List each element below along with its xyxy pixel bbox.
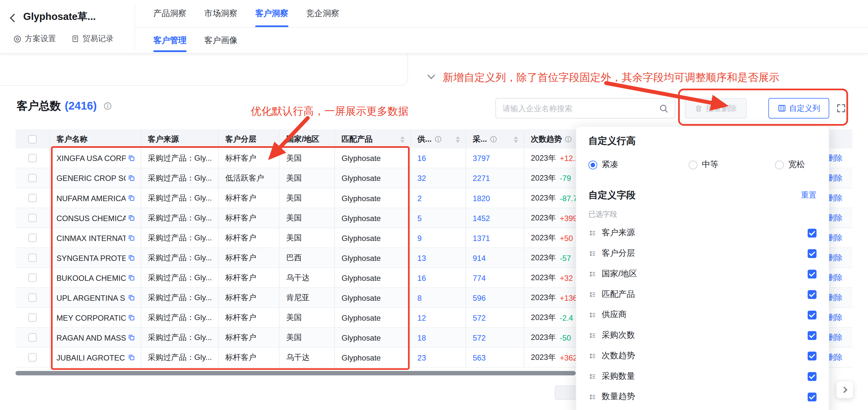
row-checkbox[interactable] [28, 174, 37, 182]
drag-handle-icon[interactable] [589, 373, 596, 380]
row-height-option[interactable]: 中等 [689, 159, 775, 170]
fullscreen-icon[interactable] [837, 104, 846, 113]
col-header-product[interactable]: 匹配产品 [335, 130, 411, 148]
customer-name[interactable]: NUFARM AMERICAS, [57, 194, 126, 202]
row-checkbox[interactable] [28, 273, 37, 282]
suppliers-count-link[interactable]: 9 [417, 233, 422, 242]
field-item[interactable]: 次数趋势 [589, 345, 816, 366]
purchase-count-link[interactable]: 3797 [473, 154, 490, 163]
purchase-count-link[interactable]: 914 [473, 253, 486, 262]
trade-records-link[interactable]: 贸易记录 [71, 34, 114, 44]
drag-handle-icon[interactable] [589, 290, 596, 298]
field-checkbox-checked[interactable] [808, 331, 816, 340]
field-checkbox-checked[interactable] [808, 249, 816, 258]
drag-handle-icon[interactable] [589, 229, 596, 237]
main-tab[interactable]: 产品洞察 [153, 0, 186, 27]
copy-icon[interactable] [128, 174, 135, 181]
customer-name[interactable]: CINMAX INTERNATIO [57, 233, 126, 242]
row-checkbox[interactable] [28, 154, 37, 162]
row-height-option[interactable]: 紧凑 [589, 159, 689, 170]
main-tab[interactable]: 客户洞察 [255, 0, 288, 27]
col-header-source[interactable]: 客户来源 [141, 130, 218, 148]
customer-name[interactable]: XINGFA USA CORPO [57, 154, 126, 163]
customer-name[interactable]: GENERIC CROP SCI [57, 174, 126, 182]
info-icon[interactable] [103, 102, 112, 110]
row-checkbox[interactable] [28, 333, 37, 342]
copy-icon[interactable] [128, 274, 135, 281]
suppliers-count-link[interactable]: 13 [417, 253, 426, 262]
purchase-count-link[interactable]: 1452 [473, 213, 490, 222]
sub-tab[interactable]: 客户管理 [153, 28, 186, 53]
drag-handle-icon[interactable] [589, 331, 596, 339]
col-header-country[interactable]: 国家/地区 [279, 130, 335, 148]
field-item[interactable]: 客户分层 [589, 243, 816, 263]
row-checkbox[interactable] [28, 313, 37, 322]
purchase-count-link[interactable]: 596 [473, 293, 486, 302]
purchase-count-link[interactable]: 2271 [473, 174, 490, 182]
drag-handle-icon[interactable] [589, 393, 596, 401]
radio-icon[interactable] [689, 160, 698, 169]
field-checkbox-checked[interactable] [808, 290, 816, 299]
suppliers-count-link[interactable]: 5 [417, 213, 422, 222]
horizontal-scrollbar[interactable] [16, 371, 576, 376]
delete-row-link[interactable]: 删除 [827, 293, 842, 303]
info-icon[interactable] [490, 136, 497, 143]
suppliers-count-link[interactable]: 16 [417, 273, 426, 282]
field-item[interactable]: 供应商 [589, 304, 816, 325]
delete-row-link[interactable]: 删除 [827, 352, 842, 362]
suppliers-count-link[interactable]: 23 [417, 353, 426, 362]
col-header-purchases[interactable]: 采... [466, 130, 524, 148]
delete-row-link[interactable]: 删除 [827, 193, 842, 203]
info-icon[interactable] [434, 136, 441, 143]
drag-handle-icon[interactable] [589, 352, 596, 359]
search-icon[interactable] [659, 104, 668, 113]
field-checkbox-checked[interactable] [808, 311, 816, 319]
drag-handle-icon[interactable] [589, 311, 596, 319]
back-icon[interactable] [10, 14, 19, 23]
row-checkbox[interactable] [28, 234, 37, 242]
row-checkbox[interactable] [28, 293, 37, 302]
suppliers-count-link[interactable]: 18 [417, 333, 426, 342]
sort-icon[interactable] [397, 136, 405, 143]
field-item[interactable]: 匹配产品 [589, 284, 816, 304]
purchase-count-link[interactable]: 563 [473, 353, 486, 362]
delete-row-link[interactable]: 删除 [827, 332, 842, 343]
field-checkbox-checked[interactable] [808, 351, 816, 360]
customer-name[interactable]: SYNGENTA PROTEC [57, 253, 126, 262]
customer-name[interactable]: MEY CORPORATION [57, 313, 126, 322]
copy-icon[interactable] [128, 195, 135, 202]
suppliers-count-link[interactable]: 8 [417, 293, 422, 302]
field-item[interactable]: 客户来源 [589, 223, 816, 243]
drag-handle-icon[interactable] [589, 250, 596, 257]
col-header-name[interactable]: 客户名称 [50, 130, 141, 148]
row-checkbox[interactable] [28, 353, 37, 361]
suppliers-count-link[interactable]: 32 [417, 174, 426, 182]
copy-icon[interactable] [128, 234, 135, 241]
suppliers-count-link[interactable]: 16 [417, 154, 426, 163]
suppliers-count-link[interactable]: 2 [417, 194, 422, 202]
customer-name[interactable]: JUBAILI AGROTEC LI [57, 353, 126, 362]
purchase-count-link[interactable]: 572 [473, 313, 486, 322]
field-checkbox-checked[interactable] [808, 372, 816, 381]
next-page-floater[interactable] [837, 381, 853, 398]
customer-name[interactable]: BUKOOLA CHEMICA [57, 273, 126, 282]
sort-icon[interactable] [510, 136, 518, 143]
field-checkbox-checked[interactable] [808, 269, 816, 278]
field-item[interactable]: 采购数量 [589, 366, 816, 386]
row-checkbox[interactable] [28, 194, 37, 202]
purchase-count-link[interactable]: 572 [473, 333, 486, 342]
field-item[interactable]: 采购次数 [589, 325, 816, 346]
batch-delete-button[interactable]: 批量删除 [685, 98, 747, 119]
delete-row-link[interactable]: 删除 [827, 233, 842, 243]
main-tab[interactable]: 市场洞察 [204, 0, 238, 27]
scheme-settings-link[interactable]: 方案设置 [13, 34, 56, 44]
customer-name[interactable]: RAGAN AND MASSE [57, 333, 126, 342]
copy-icon[interactable] [128, 314, 135, 321]
delete-row-link[interactable]: 删除 [827, 253, 842, 263]
customer-name[interactable]: UPL ARGENTINA S. [57, 293, 126, 302]
delete-row-link[interactable]: 删除 [827, 153, 842, 163]
delete-row-link[interactable]: 删除 [827, 313, 842, 323]
purchase-count-link[interactable]: 1820 [473, 194, 490, 202]
purchase-count-link[interactable]: 774 [473, 273, 486, 282]
copy-icon[interactable] [128, 354, 135, 361]
